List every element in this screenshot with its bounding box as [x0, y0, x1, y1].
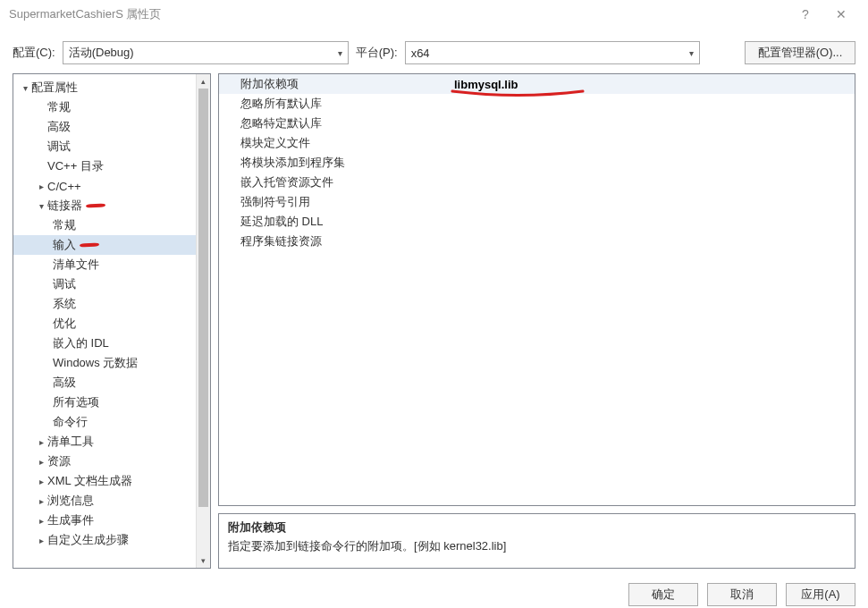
ok-button[interactable]: 确定	[628, 583, 698, 606]
apply-button[interactable]: 应用(A)	[786, 583, 855, 606]
right-panel: 附加依赖项 libmysql.lib 忽略所有默认库 忽略特定默认库 模块定义文…	[218, 73, 855, 569]
scroll-up-icon[interactable]: ▴	[197, 74, 210, 89]
tree-item-linker-general[interactable]: 常规	[13, 215, 210, 235]
grid-row[interactable]: 将模块添加到程序集	[219, 153, 855, 173]
tree-item-cpp[interactable]: ▸C/C++	[13, 176, 210, 196]
grid-row[interactable]: 忽略特定默认库	[219, 114, 855, 133]
description-text: 指定要添加到链接命令行的附加项。[例如 kernel32.lib]	[228, 538, 846, 554]
annotation-mark	[451, 89, 585, 96]
tree-content: ▾ 配置属性 常规 高级 调试 VC++ 目录 ▸C/C++ ▾链接器 常规 输…	[13, 74, 210, 568]
config-toolbar: 配置(C): 活动(Debug) ▾ 平台(P): x64 ▾ 配置管理器(O)…	[0, 29, 868, 73]
description-panel: 附加依赖项 指定要添加到链接命令行的附加项。[例如 kernel32.lib]	[218, 513, 855, 569]
tree-root[interactable]: ▾ 配置属性	[13, 78, 210, 97]
tree-item-browseinfo[interactable]: ▸浏览信息	[13, 491, 210, 511]
tree-item-manifest-tool[interactable]: ▸清单工具	[13, 432, 210, 452]
grid-row-additional-deps[interactable]: 附加依赖项 libmysql.lib	[219, 74, 855, 94]
platform-combo[interactable]: x64 ▾	[405, 41, 700, 64]
titlebar: SupermarketCashierS 属性页 ? ✕	[0, 0, 868, 29]
tree-item-linker-winmd[interactable]: Windows 元数据	[13, 353, 210, 373]
tree-item-buildevents[interactable]: ▸生成事件	[13, 511, 210, 530]
tree-item-linker-all[interactable]: 所有选项	[13, 393, 210, 412]
platform-label: 平台(P):	[356, 45, 398, 61]
close-button[interactable]: ✕	[823, 0, 859, 29]
main-area: ▾ 配置属性 常规 高级 调试 VC++ 目录 ▸C/C++ ▾链接器 常规 输…	[0, 73, 868, 576]
scroll-down-icon[interactable]: ▾	[197, 553, 210, 568]
expand-icon[interactable]: ▸	[35, 536, 47, 545]
grid-label: 附加依赖项	[219, 76, 447, 92]
grid-row[interactable]: 嵌入托管资源文件	[219, 173, 855, 192]
property-grid: 附加依赖项 libmysql.lib 忽略所有默认库 忽略特定默认库 模块定义文…	[218, 73, 855, 506]
tree-item-linker-debug[interactable]: 调试	[13, 274, 210, 294]
chevron-down-icon: ▾	[338, 48, 342, 58]
config-combo[interactable]: 活动(Debug) ▾	[63, 41, 349, 64]
tree-item-general[interactable]: 常规	[13, 97, 210, 117]
collapse-icon[interactable]: ▾	[19, 83, 31, 93]
tree-item-resources[interactable]: ▸资源	[13, 452, 210, 471]
tree-item-debug[interactable]: 调试	[13, 137, 210, 156]
scroll-thumb[interactable]	[198, 89, 208, 507]
description-title: 附加依赖项	[228, 519, 846, 536]
tree-item-linker-opt[interactable]: 优化	[13, 314, 210, 334]
window-title: SupermarketCashierS 属性页	[9, 6, 788, 22]
tree-item-linker-adv[interactable]: 高级	[13, 373, 210, 393]
cancel-button[interactable]: 取消	[707, 583, 777, 606]
tree-item-linker-cmd[interactable]: 命令行	[13, 412, 210, 432]
expand-icon[interactable]: ▸	[35, 516, 47, 526]
tree-item-custombuild[interactable]: ▸自定义生成步骤	[13, 530, 210, 550]
tree-item-linker-system[interactable]: 系统	[13, 294, 210, 314]
tree-item-linker-idl[interactable]: 嵌入的 IDL	[13, 334, 210, 353]
annotation-mark	[80, 241, 99, 249]
expand-icon[interactable]: ▸	[35, 457, 47, 467]
expand-icon[interactable]: ▸	[35, 496, 47, 506]
tree-item-xmldoc[interactable]: ▸XML 文档生成器	[13, 471, 210, 491]
tree-scrollbar[interactable]: ▴ ▾	[196, 74, 210, 568]
grid-row[interactable]: 强制符号引用	[219, 192, 855, 212]
scroll-track[interactable]	[197, 89, 210, 553]
dialog-buttons: 确定 取消 应用(A)	[0, 576, 868, 608]
collapse-icon[interactable]: ▾	[35, 201, 47, 211]
expand-icon[interactable]: ▸	[35, 182, 47, 191]
help-button[interactable]: ?	[788, 0, 823, 29]
tree-item-linker-input[interactable]: 输入	[13, 235, 210, 255]
grid-row[interactable]: 模块定义文件	[219, 133, 855, 153]
annotation-mark	[86, 202, 105, 209]
expand-icon[interactable]: ▸	[35, 437, 47, 447]
tree-item-linker-manifest[interactable]: 清单文件	[13, 255, 210, 274]
chevron-down-icon: ▾	[689, 48, 694, 58]
tree-item-advanced[interactable]: 高级	[13, 117, 210, 137]
grid-row[interactable]: 程序集链接资源	[219, 232, 855, 251]
tree-panel: ▾ 配置属性 常规 高级 调试 VC++ 目录 ▸C/C++ ▾链接器 常规 输…	[13, 73, 211, 569]
tree-item-linker[interactable]: ▾链接器	[13, 196, 210, 215]
config-label: 配置(C):	[13, 45, 55, 61]
expand-icon[interactable]: ▸	[35, 477, 47, 486]
config-value: 活动(Debug)	[69, 45, 134, 61]
config-manager-button[interactable]: 配置管理器(O)...	[745, 41, 855, 64]
tree-item-vcdir[interactable]: VC++ 目录	[13, 156, 210, 176]
grid-value[interactable]: libmysql.lib	[447, 78, 855, 91]
grid-row[interactable]: 延迟加载的 DLL	[219, 212, 855, 232]
platform-value: x64	[411, 46, 430, 60]
